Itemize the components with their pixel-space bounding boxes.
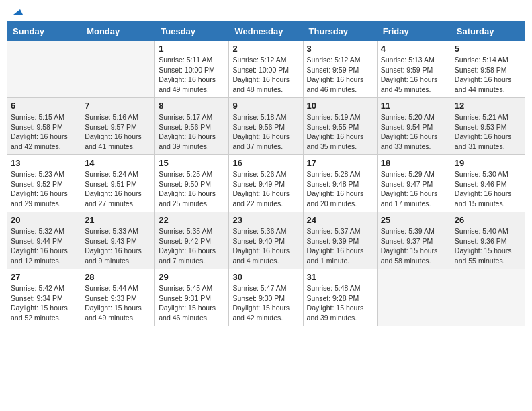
day-number: 6 — [11, 101, 77, 111]
day-number: 9 — [232, 101, 299, 111]
day-info: Sunrise: 5:44 AM Sunset: 9:33 PM Dayligh… — [85, 283, 151, 323]
day-number: 22 — [159, 215, 225, 225]
day-info: Sunrise: 5:21 AM Sunset: 9:53 PM Dayligh… — [455, 112, 521, 152]
day-number: 13 — [11, 158, 77, 168]
day-info: Sunrise: 5:17 AM Sunset: 9:56 PM Dayligh… — [159, 112, 225, 152]
day-info: Sunrise: 5:36 AM Sunset: 9:40 PM Dayligh… — [232, 226, 299, 266]
calendar-day-cell: 5Sunrise: 5:14 AM Sunset: 9:58 PM Daylig… — [451, 41, 525, 98]
day-info: Sunrise: 5:16 AM Sunset: 9:57 PM Dayligh… — [85, 112, 151, 152]
day-number: 18 — [381, 158, 447, 168]
day-number: 3 — [307, 44, 373, 54]
day-info: Sunrise: 5:25 AM Sunset: 9:50 PM Dayligh… — [159, 169, 225, 209]
day-number: 20 — [11, 215, 77, 225]
calendar-day-cell: 15Sunrise: 5:25 AM Sunset: 9:50 PM Dayli… — [155, 155, 229, 212]
calendar-day-cell: 28Sunrise: 5:44 AM Sunset: 9:33 PM Dayli… — [81, 269, 155, 326]
calendar-day-cell — [451, 269, 525, 326]
day-of-week-header: Friday — [377, 22, 451, 41]
calendar-day-cell — [377, 269, 451, 326]
day-number: 17 — [307, 158, 373, 168]
day-of-week-header: Monday — [81, 22, 155, 41]
calendar-day-cell: 22Sunrise: 5:35 AM Sunset: 9:42 PM Dayli… — [155, 212, 229, 269]
day-number: 19 — [455, 158, 521, 168]
calendar-day-cell: 7Sunrise: 5:16 AM Sunset: 9:57 PM Daylig… — [81, 98, 155, 155]
calendar-day-cell: 29Sunrise: 5:45 AM Sunset: 9:31 PM Dayli… — [155, 269, 229, 326]
calendar-header-row: SundayMondayTuesdayWednesdayThursdayFrid… — [7, 22, 525, 41]
day-info: Sunrise: 5:40 AM Sunset: 9:36 PM Dayligh… — [455, 226, 521, 266]
day-info: Sunrise: 5:11 AM Sunset: 10:00 PM Daylig… — [159, 55, 225, 95]
day-number: 12 — [455, 101, 521, 111]
svg-marker-0 — [13, 9, 23, 15]
day-info: Sunrise: 5:24 AM Sunset: 9:51 PM Dayligh… — [85, 169, 151, 209]
calendar-day-cell: 17Sunrise: 5:28 AM Sunset: 9:48 PM Dayli… — [303, 155, 377, 212]
day-number: 1 — [159, 44, 225, 54]
calendar-day-cell — [7, 41, 81, 98]
day-number: 2 — [232, 44, 299, 54]
calendar-day-cell: 18Sunrise: 5:29 AM Sunset: 9:47 PM Dayli… — [377, 155, 451, 212]
day-number: 8 — [159, 101, 225, 111]
day-number: 15 — [159, 158, 225, 168]
calendar-day-cell: 3Sunrise: 5:12 AM Sunset: 9:59 PM Daylig… — [303, 41, 377, 98]
header — [7, 7, 525, 16]
day-info: Sunrise: 5:32 AM Sunset: 9:44 PM Dayligh… — [11, 226, 77, 266]
calendar-day-cell: 11Sunrise: 5:20 AM Sunset: 9:54 PM Dayli… — [377, 98, 451, 155]
day-number: 29 — [159, 272, 225, 282]
calendar-day-cell: 1Sunrise: 5:11 AM Sunset: 10:00 PM Dayli… — [155, 41, 229, 98]
calendar-day-cell: 4Sunrise: 5:13 AM Sunset: 9:59 PM Daylig… — [377, 41, 451, 98]
day-info: Sunrise: 5:12 AM Sunset: 10:00 PM Daylig… — [232, 55, 299, 95]
calendar-day-cell: 23Sunrise: 5:36 AM Sunset: 9:40 PM Dayli… — [229, 212, 303, 269]
day-info: Sunrise: 5:14 AM Sunset: 9:58 PM Dayligh… — [455, 55, 521, 95]
day-info: Sunrise: 5:37 AM Sunset: 9:39 PM Dayligh… — [307, 226, 373, 266]
day-info: Sunrise: 5:20 AM Sunset: 9:54 PM Dayligh… — [381, 112, 447, 152]
calendar-day-cell: 13Sunrise: 5:23 AM Sunset: 9:52 PM Dayli… — [7, 155, 81, 212]
calendar-day-cell: 27Sunrise: 5:42 AM Sunset: 9:34 PM Dayli… — [7, 269, 81, 326]
day-info: Sunrise: 5:35 AM Sunset: 9:42 PM Dayligh… — [159, 226, 225, 266]
day-number: 30 — [232, 272, 299, 282]
day-of-week-header: Thursday — [303, 22, 377, 41]
calendar-week-row: 6Sunrise: 5:15 AM Sunset: 9:58 PM Daylig… — [7, 98, 525, 155]
day-number: 26 — [455, 215, 521, 225]
day-info: Sunrise: 5:45 AM Sunset: 9:31 PM Dayligh… — [159, 283, 225, 323]
day-info: Sunrise: 5:33 AM Sunset: 9:43 PM Dayligh… — [85, 226, 151, 266]
calendar-day-cell: 8Sunrise: 5:17 AM Sunset: 9:56 PM Daylig… — [155, 98, 229, 155]
day-number: 31 — [307, 272, 373, 282]
calendar-day-cell: 30Sunrise: 5:47 AM Sunset: 9:30 PM Dayli… — [229, 269, 303, 326]
calendar-day-cell: 16Sunrise: 5:26 AM Sunset: 9:49 PM Dayli… — [229, 155, 303, 212]
day-number: 16 — [232, 158, 299, 168]
day-of-week-header: Tuesday — [155, 22, 229, 41]
day-number: 27 — [11, 272, 77, 282]
logo-arrow-icon — [11, 4, 23, 16]
day-number: 11 — [381, 101, 447, 111]
calendar-day-cell: 10Sunrise: 5:19 AM Sunset: 9:55 PM Dayli… — [303, 98, 377, 155]
day-info: Sunrise: 5:19 AM Sunset: 9:55 PM Dayligh… — [307, 112, 373, 152]
day-info: Sunrise: 5:13 AM Sunset: 9:59 PM Dayligh… — [381, 55, 447, 95]
day-of-week-header: Saturday — [451, 22, 525, 41]
day-info: Sunrise: 5:47 AM Sunset: 9:30 PM Dayligh… — [232, 283, 299, 323]
day-number: 23 — [232, 215, 299, 225]
day-number: 7 — [85, 101, 151, 111]
day-number: 14 — [85, 158, 151, 168]
day-info: Sunrise: 5:48 AM Sunset: 9:28 PM Dayligh… — [307, 283, 373, 323]
calendar-day-cell: 12Sunrise: 5:21 AM Sunset: 9:53 PM Dayli… — [451, 98, 525, 155]
day-number: 21 — [85, 215, 151, 225]
day-info: Sunrise: 5:39 AM Sunset: 9:37 PM Dayligh… — [381, 226, 447, 266]
day-info: Sunrise: 5:28 AM Sunset: 9:48 PM Dayligh… — [307, 169, 373, 209]
day-info: Sunrise: 5:26 AM Sunset: 9:49 PM Dayligh… — [232, 169, 299, 209]
day-number: 4 — [381, 44, 447, 54]
calendar-week-row: 27Sunrise: 5:42 AM Sunset: 9:34 PM Dayli… — [7, 269, 525, 326]
calendar-week-row: 13Sunrise: 5:23 AM Sunset: 9:52 PM Dayli… — [7, 155, 525, 212]
calendar-day-cell: 9Sunrise: 5:18 AM Sunset: 9:56 PM Daylig… — [229, 98, 303, 155]
calendar-day-cell: 20Sunrise: 5:32 AM Sunset: 9:44 PM Dayli… — [7, 212, 81, 269]
day-number: 5 — [455, 44, 521, 54]
day-number: 24 — [307, 215, 373, 225]
calendar-day-cell: 26Sunrise: 5:40 AM Sunset: 9:36 PM Dayli… — [451, 212, 525, 269]
day-info: Sunrise: 5:30 AM Sunset: 9:46 PM Dayligh… — [455, 169, 521, 209]
day-info: Sunrise: 5:12 AM Sunset: 9:59 PM Dayligh… — [307, 55, 373, 95]
calendar-table: SundayMondayTuesdayWednesdayThursdayFrid… — [7, 21, 525, 326]
logo — [9, 7, 23, 16]
day-number: 25 — [381, 215, 447, 225]
calendar-week-row: 20Sunrise: 5:32 AM Sunset: 9:44 PM Dayli… — [7, 212, 525, 269]
day-number: 28 — [85, 272, 151, 282]
calendar-day-cell: 14Sunrise: 5:24 AM Sunset: 9:51 PM Dayli… — [81, 155, 155, 212]
calendar-day-cell: 19Sunrise: 5:30 AM Sunset: 9:46 PM Dayli… — [451, 155, 525, 212]
day-info: Sunrise: 5:42 AM Sunset: 9:34 PM Dayligh… — [11, 283, 77, 323]
